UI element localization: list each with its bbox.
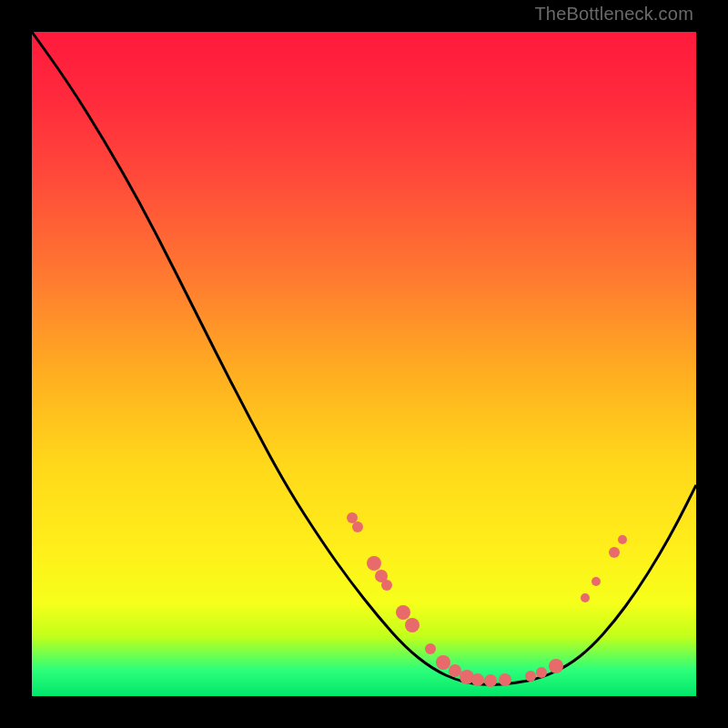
- data-dot: [347, 512, 358, 523]
- chart-svg: [32, 32, 696, 696]
- data-dot: [367, 556, 381, 571]
- plot-area: [32, 32, 696, 696]
- data-dot: [581, 593, 590, 602]
- data-dot: [609, 547, 620, 558]
- data-dot: [425, 643, 436, 654]
- data-dot: [618, 535, 627, 544]
- data-dot: [449, 664, 461, 677]
- bottleneck-curve: [32, 32, 696, 684]
- data-dot: [352, 521, 363, 532]
- data-dot: [525, 671, 536, 682]
- data-dot: [499, 673, 511, 686]
- data-dot: [396, 605, 410, 620]
- data-dot: [592, 577, 601, 586]
- data-dot: [436, 655, 450, 670]
- data-dots-group: [347, 512, 627, 687]
- data-dot: [536, 667, 547, 678]
- stage: TheBottleneck.com: [0, 0, 728, 728]
- data-dot: [381, 580, 392, 591]
- data-dot: [549, 659, 563, 673]
- data-dot: [471, 673, 484, 686]
- watermark-text: TheBottleneck.com: [534, 4, 693, 25]
- data-dot: [405, 618, 420, 632]
- data-dot: [484, 674, 497, 687]
